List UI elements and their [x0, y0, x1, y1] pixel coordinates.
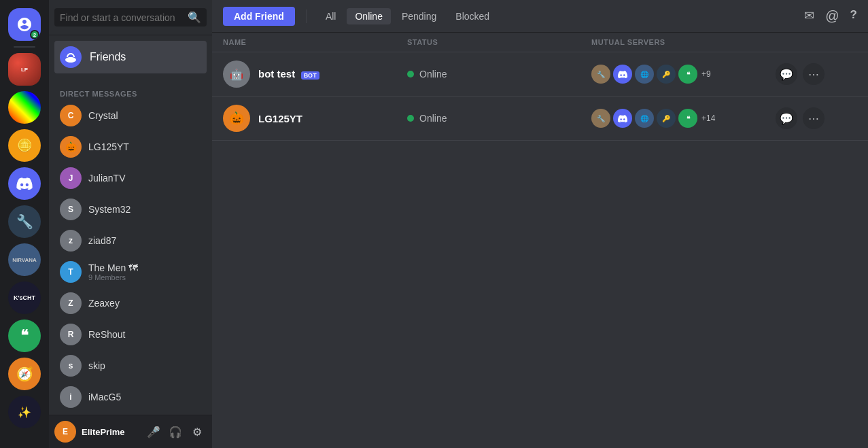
dm-avatar-lg125yt: 🎃	[60, 136, 82, 158]
mutual-avatar-lg-3: 🌐	[635, 109, 654, 128]
mutual-avatar-lg-2	[613, 109, 632, 128]
dm-section-header: DIRECT MESSAGES	[49, 79, 212, 101]
dm-name-themen: The Men 🗺	[88, 262, 138, 273]
server-icon-stars[interactable]: ✨	[8, 396, 41, 428]
friend-display-name-lg125yt: LG125YT	[258, 113, 302, 124]
status-text-lg125yt: Online	[419, 113, 447, 124]
friend-avatar-lg125yt: 🎃	[223, 105, 250, 132]
dm-avatar-crystal: C	[60, 105, 82, 126]
dm-item-skip[interactable]: s skip	[54, 351, 207, 381]
home-icon[interactable]: 2	[8, 8, 41, 41]
dm-list: C Crystal 🎃 LG125YT J JulianTV S System3…	[49, 101, 212, 415]
tab-blocked[interactable]: Blocked	[447, 8, 498, 24]
status-dot-lg125yt	[407, 115, 414, 122]
server-sidebar: 2 LP 🪙 🔧 NIRVANA K'sCHT ❝ 🧭 ✨	[0, 0, 49, 448]
server-icon-nirvana[interactable]: NIRVANA	[8, 243, 41, 276]
dm-item-ziad87[interactable]: z ziad87	[54, 226, 207, 256]
friends-icon	[60, 46, 82, 68]
friend-row-bottest[interactable]: 🤖 bot test BOT Online 🔧 🌐 🔑 ❝ +9	[212, 52, 868, 97]
friends-item[interactable]: Friends	[54, 41, 207, 73]
dm-avatar-imacg5: i	[60, 386, 82, 408]
status-cell-lg125yt: Online	[407, 113, 591, 124]
dm-sidebar: 🔍 Friends DIRECT MESSAGES C Crystal 🎃 LG…	[49, 0, 212, 448]
dm-item-zeaxey[interactable]: Z Zeaxey	[54, 288, 207, 318]
friend-actions-cell-lg125yt: 💬 ⋯	[776, 107, 857, 129]
message-button-lg125yt[interactable]: 💬	[776, 107, 797, 129]
friend-display-name-bottest: bot test	[258, 68, 295, 80]
dm-item-crystal[interactable]: C Crystal	[54, 101, 207, 131]
user-bar-actions: 🎤 🎧 ⚙	[144, 422, 207, 441]
message-button-bottest[interactable]: 💬	[776, 63, 797, 85]
friend-actions-cell-bottest: 💬 ⋯	[776, 63, 857, 85]
search-input-wrapper[interactable]: 🔍	[54, 8, 207, 27]
dm-name-skip: skip	[88, 360, 105, 371]
mutual-avatar-1: 🔧	[591, 65, 610, 84]
server-icon-rainbow[interactable]	[8, 91, 41, 124]
dm-item-lg125yt[interactable]: 🎃 LG125YT	[54, 132, 207, 162]
mutual-more-lg125yt: +14	[701, 114, 715, 123]
deafen-button[interactable]: 🎧	[166, 422, 185, 441]
mutual-servers-cell-bottest: 🔧 🌐 🔑 ❝ +9	[591, 65, 776, 84]
user-bar: E ElitePrime 🎤 🎧 ⚙	[49, 415, 212, 448]
mutual-avatar-3: 🌐	[635, 65, 654, 84]
mutual-avatar-lg-1: 🔧	[591, 109, 610, 128]
mutual-more-bottest: +9	[701, 69, 711, 79]
dm-item-themen[interactable]: T The Men 🗺 9 Members	[54, 257, 207, 287]
friends-main: NAME STATUS MUTUAL SERVERS 🤖 bot test BO…	[212, 33, 868, 448]
status-dot-bottest	[407, 71, 414, 77]
dm-name-juliantv: JulianTV	[88, 173, 125, 184]
dm-item-imacg5[interactable]: i iMacG5	[54, 382, 207, 412]
top-bar-right: ✉ @ ?	[804, 8, 857, 24]
server-icon-kcht[interactable]: K'sCHT	[8, 281, 41, 314]
mutual-avatar-lg-4: 🔑	[657, 109, 676, 128]
server-icon-compass[interactable]: 🧭	[8, 358, 41, 390]
dm-item-reshout[interactable]: R ReShout	[54, 320, 207, 349]
tab-pending[interactable]: Pending	[394, 8, 445, 24]
settings-button[interactable]: ⚙	[188, 422, 207, 441]
friends-label: Friends	[90, 51, 126, 63]
server-icon-greenquote[interactable]: ❝	[8, 320, 41, 352]
mutual-avatar-4: 🔑	[657, 65, 676, 84]
dm-avatar-system32: S	[60, 199, 82, 220]
new-dm-icon[interactable]: ✉	[804, 8, 814, 24]
dm-item-juliantv[interactable]: J JulianTV	[54, 163, 207, 193]
tab-online[interactable]: Online	[347, 8, 390, 24]
mutual-avatar-2	[613, 65, 632, 84]
online-count-badge: 2	[30, 30, 39, 39]
more-button-lg125yt[interactable]: ⋯	[803, 107, 824, 129]
server-icon-discord[interactable]	[8, 167, 41, 200]
mutual-servers-cell-lg125yt: 🔧 🌐 🔑 ❝ +14	[591, 109, 776, 128]
mutual-avatar-lg-5: ❝	[678, 109, 697, 128]
dm-avatar-themen: T	[60, 261, 82, 283]
dm-item-system32[interactable]: S System32	[54, 194, 207, 224]
more-button-bottest[interactable]: ⋯	[803, 63, 824, 85]
mention-icon[interactable]: @	[825, 8, 839, 24]
search-bar: 🔍	[49, 0, 212, 35]
mute-button[interactable]: 🎤	[144, 422, 163, 441]
status-text-bottest: Online	[419, 69, 447, 80]
dm-avatar-juliantv: J	[60, 167, 82, 189]
dm-name-crystal: Crystal	[88, 110, 118, 121]
server-icon-losppollos[interactable]: LP	[8, 53, 41, 86]
tab-divider-1	[306, 10, 307, 23]
dm-name-ziad87: ziad87	[88, 235, 116, 246]
friend-row-lg125yt[interactable]: 🎃 LG125YT Online 🔧 🌐 🔑 ❝ +14 💬 ⋯	[212, 97, 868, 141]
dm-avatar-skip: s	[60, 355, 82, 377]
server-icon-wrench[interactable]: 🔧	[8, 205, 41, 238]
search-input[interactable]	[60, 12, 184, 23]
friends-section: Friends	[49, 35, 212, 79]
tab-all[interactable]: All	[317, 8, 345, 24]
dm-avatar-zeaxey: Z	[60, 292, 82, 314]
dm-name-lg125yt: LG125YT	[88, 141, 129, 152]
help-icon[interactable]: ?	[850, 8, 857, 24]
status-cell-bottest: Online	[407, 69, 591, 80]
dm-name-zeaxey: Zeaxey	[88, 298, 120, 309]
search-icon[interactable]: 🔍	[188, 11, 201, 24]
main-content: Add Friend All Online Pending Blocked ✉ …	[212, 0, 868, 448]
server-icon-gold[interactable]: 🪙	[8, 129, 41, 162]
add-friend-button[interactable]: Add Friend	[223, 7, 295, 26]
tab-group: All Online Pending Blocked	[317, 8, 498, 24]
friend-name-cell-lg125yt: 🎃 LG125YT	[223, 105, 407, 132]
col-header-actions	[776, 38, 857, 46]
col-header-status: STATUS	[407, 38, 591, 46]
